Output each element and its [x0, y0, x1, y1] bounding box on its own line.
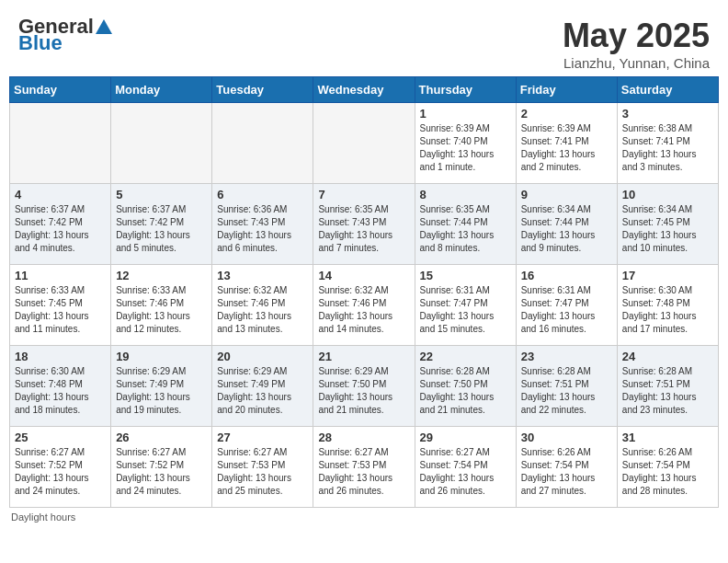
footer-note: Daylight hours	[9, 508, 719, 526]
calendar-cell: 30Sunrise: 6:26 AMSunset: 7:54 PMDayligh…	[516, 427, 617, 508]
day-info: Sunrise: 6:30 AMSunset: 7:48 PMDaylight:…	[622, 284, 713, 336]
day-info: Sunrise: 6:39 AMSunset: 7:40 PMDaylight:…	[420, 122, 511, 174]
day-info: Sunrise: 6:35 AMSunset: 7:43 PMDaylight:…	[318, 203, 409, 255]
calendar-cell: 5Sunrise: 6:37 AMSunset: 7:42 PMDaylight…	[111, 184, 212, 265]
day-number: 20	[217, 350, 308, 363]
logo: General Blue	[18, 17, 112, 53]
page-header: General Blue May 2025 Lianzhu, Yunnan, C…	[9, 9, 719, 76]
calendar-cell: 14Sunrise: 6:32 AMSunset: 7:46 PMDayligh…	[313, 265, 415, 346]
calendar-week-3: 11Sunrise: 6:33 AMSunset: 7:45 PMDayligh…	[10, 265, 719, 346]
day-info: Sunrise: 6:33 AMSunset: 7:45 PMDaylight:…	[15, 284, 106, 336]
day-info: Sunrise: 6:27 AMSunset: 7:53 PMDaylight:…	[217, 446, 308, 498]
day-info: Sunrise: 6:32 AMSunset: 7:46 PMDaylight:…	[318, 284, 409, 336]
day-number: 27	[217, 431, 308, 444]
calendar-cell	[313, 103, 415, 184]
day-number: 11	[15, 269, 106, 282]
day-info: Sunrise: 6:37 AMSunset: 7:42 PMDaylight:…	[116, 203, 207, 255]
day-info: Sunrise: 6:30 AMSunset: 7:48 PMDaylight:…	[15, 365, 106, 417]
day-number: 4	[15, 188, 106, 201]
column-header-wednesday: Wednesday	[313, 77, 415, 103]
calendar-cell: 3Sunrise: 6:38 AMSunset: 7:41 PMDaylight…	[617, 103, 718, 184]
day-number: 30	[521, 431, 612, 444]
day-info: Sunrise: 6:36 AMSunset: 7:43 PMDaylight:…	[217, 203, 308, 255]
day-number: 19	[116, 350, 207, 363]
day-number: 3	[622, 107, 713, 121]
calendar-cell: 9Sunrise: 6:34 AMSunset: 7:44 PMDaylight…	[516, 184, 617, 265]
day-number: 2	[521, 107, 612, 121]
day-number: 29	[420, 431, 511, 444]
day-info: Sunrise: 6:34 AMSunset: 7:44 PMDaylight:…	[521, 203, 612, 255]
calendar-cell: 18Sunrise: 6:30 AMSunset: 7:48 PMDayligh…	[10, 346, 111, 427]
calendar-title: May 2025	[563, 17, 710, 55]
day-info: Sunrise: 6:28 AMSunset: 7:51 PMDaylight:…	[521, 365, 612, 417]
title-block: May 2025 Lianzhu, Yunnan, China	[563, 17, 710, 71]
column-header-sunday: Sunday	[10, 77, 111, 103]
calendar-cell: 28Sunrise: 6:27 AMSunset: 7:53 PMDayligh…	[313, 427, 415, 508]
day-info: Sunrise: 6:29 AMSunset: 7:49 PMDaylight:…	[217, 365, 308, 417]
day-number: 1	[420, 107, 511, 121]
calendar-location: Lianzhu, Yunnan, China	[563, 55, 710, 71]
column-header-friday: Friday	[516, 77, 617, 103]
column-header-saturday: Saturday	[617, 77, 718, 103]
day-number: 9	[521, 188, 612, 201]
day-number: 8	[420, 188, 511, 201]
calendar-cell	[10, 103, 111, 184]
calendar-cell: 1Sunrise: 6:39 AMSunset: 7:40 PMDaylight…	[415, 103, 516, 184]
day-number: 21	[318, 350, 409, 363]
day-number: 22	[420, 350, 511, 363]
calendar-cell: 12Sunrise: 6:33 AMSunset: 7:46 PMDayligh…	[111, 265, 212, 346]
day-info: Sunrise: 6:28 AMSunset: 7:51 PMDaylight:…	[622, 365, 713, 417]
calendar-cell: 31Sunrise: 6:26 AMSunset: 7:54 PMDayligh…	[617, 427, 718, 508]
day-number: 18	[15, 350, 106, 363]
calendar-cell: 13Sunrise: 6:32 AMSunset: 7:46 PMDayligh…	[212, 265, 313, 346]
calendar-cell: 17Sunrise: 6:30 AMSunset: 7:48 PMDayligh…	[617, 265, 718, 346]
day-info: Sunrise: 6:28 AMSunset: 7:50 PMDaylight:…	[420, 365, 511, 417]
day-number: 24	[622, 350, 713, 363]
day-info: Sunrise: 6:31 AMSunset: 7:47 PMDaylight:…	[521, 284, 612, 336]
calendar-cell: 2Sunrise: 6:39 AMSunset: 7:41 PMDaylight…	[516, 103, 617, 184]
day-number: 12	[116, 269, 207, 282]
day-number: 31	[622, 431, 713, 444]
day-number: 16	[521, 269, 612, 282]
calendar-cell: 8Sunrise: 6:35 AMSunset: 7:44 PMDaylight…	[415, 184, 516, 265]
calendar-cell	[111, 103, 212, 184]
calendar-cell: 26Sunrise: 6:27 AMSunset: 7:52 PMDayligh…	[111, 427, 212, 508]
day-info: Sunrise: 6:39 AMSunset: 7:41 PMDaylight:…	[521, 122, 612, 174]
calendar-week-4: 18Sunrise: 6:30 AMSunset: 7:48 PMDayligh…	[10, 346, 719, 427]
day-info: Sunrise: 6:27 AMSunset: 7:53 PMDaylight:…	[318, 446, 409, 498]
logo-blue-text: Blue	[18, 33, 112, 53]
calendar-cell: 20Sunrise: 6:29 AMSunset: 7:49 PMDayligh…	[212, 346, 313, 427]
day-info: Sunrise: 6:26 AMSunset: 7:54 PMDaylight:…	[521, 446, 612, 498]
day-info: Sunrise: 6:29 AMSunset: 7:49 PMDaylight:…	[116, 365, 207, 417]
calendar-cell: 6Sunrise: 6:36 AMSunset: 7:43 PMDaylight…	[212, 184, 313, 265]
day-info: Sunrise: 6:35 AMSunset: 7:44 PMDaylight:…	[420, 203, 511, 255]
day-number: 15	[420, 269, 511, 282]
calendar-cell: 24Sunrise: 6:28 AMSunset: 7:51 PMDayligh…	[617, 346, 718, 427]
day-number: 17	[622, 269, 713, 282]
calendar-cell: 10Sunrise: 6:34 AMSunset: 7:45 PMDayligh…	[617, 184, 718, 265]
calendar-cell: 29Sunrise: 6:27 AMSunset: 7:54 PMDayligh…	[415, 427, 516, 508]
calendar-header-row: SundayMondayTuesdayWednesdayThursdayFrid…	[10, 77, 719, 103]
column-header-thursday: Thursday	[415, 77, 516, 103]
day-number: 26	[116, 431, 207, 444]
day-info: Sunrise: 6:38 AMSunset: 7:41 PMDaylight:…	[622, 122, 713, 174]
calendar-cell: 25Sunrise: 6:27 AMSunset: 7:52 PMDayligh…	[10, 427, 111, 508]
day-number: 6	[217, 188, 308, 201]
calendar-cell: 16Sunrise: 6:31 AMSunset: 7:47 PMDayligh…	[516, 265, 617, 346]
calendar-cell: 19Sunrise: 6:29 AMSunset: 7:49 PMDayligh…	[111, 346, 212, 427]
day-info: Sunrise: 6:27 AMSunset: 7:54 PMDaylight:…	[420, 446, 511, 498]
day-info: Sunrise: 6:32 AMSunset: 7:46 PMDaylight:…	[217, 284, 308, 336]
calendar-cell: 22Sunrise: 6:28 AMSunset: 7:50 PMDayligh…	[415, 346, 516, 427]
calendar-cell: 11Sunrise: 6:33 AMSunset: 7:45 PMDayligh…	[10, 265, 111, 346]
calendar-week-5: 25Sunrise: 6:27 AMSunset: 7:52 PMDayligh…	[10, 427, 719, 508]
day-info: Sunrise: 6:27 AMSunset: 7:52 PMDaylight:…	[15, 446, 106, 498]
day-number: 23	[521, 350, 612, 363]
day-info: Sunrise: 6:33 AMSunset: 7:46 PMDaylight:…	[116, 284, 207, 336]
calendar-cell: 27Sunrise: 6:27 AMSunset: 7:53 PMDayligh…	[212, 427, 313, 508]
day-info: Sunrise: 6:34 AMSunset: 7:45 PMDaylight:…	[622, 203, 713, 255]
calendar-cell: 7Sunrise: 6:35 AMSunset: 7:43 PMDaylight…	[313, 184, 415, 265]
day-info: Sunrise: 6:27 AMSunset: 7:52 PMDaylight:…	[116, 446, 207, 498]
calendar-cell	[212, 103, 313, 184]
column-header-tuesday: Tuesday	[212, 77, 313, 103]
day-info: Sunrise: 6:29 AMSunset: 7:50 PMDaylight:…	[318, 365, 409, 417]
